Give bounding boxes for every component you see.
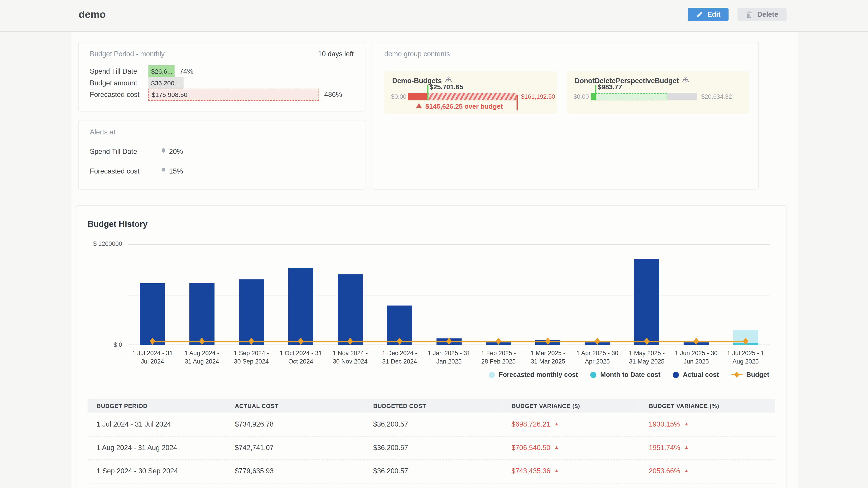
mini-budget-card-donotdelete[interactable]: DonotDeletePerspectiveBudget $0.00 $983.… bbox=[567, 71, 749, 114]
actual-cost-bar[interactable] bbox=[140, 283, 165, 345]
delete-button-label: Delete bbox=[757, 11, 778, 19]
legend-label: Month to Date cost bbox=[600, 371, 660, 379]
y-axis-max-label: $ 1200000 bbox=[80, 240, 122, 247]
table-row: 1 Aug 2024 - 31 Aug 2024$742,741.07$36,2… bbox=[88, 436, 775, 459]
chart-legend: Forecasted monthly costMonth to Date cos… bbox=[489, 371, 769, 379]
spend-till-date-bar[interactable]: $26,6... bbox=[148, 65, 174, 77]
actual-cost-bar[interactable] bbox=[338, 274, 363, 345]
content-panel: Budget Period - monthly 10 days left Spe… bbox=[71, 32, 798, 488]
legend-item[interactable]: Month to Date cost bbox=[590, 371, 660, 379]
table-row: 1 Sep 2024 - 30 Sep 2024$779,635.93$36,2… bbox=[88, 459, 775, 483]
actual-cost-bar[interactable] bbox=[189, 283, 215, 345]
spent-segment bbox=[408, 93, 428, 100]
x-axis-label: 1 Sep 2024 - 30 Sep 2024 bbox=[226, 349, 276, 366]
actual-cost-marker-line bbox=[517, 95, 518, 110]
over-budget-warning-text: $145,626.25 over budget bbox=[426, 103, 503, 110]
legend-item[interactable]: Forecasted monthly cost bbox=[489, 371, 578, 379]
chart-column bbox=[523, 244, 573, 345]
column-header: ACTUAL COST bbox=[226, 399, 364, 413]
mini-budget-bar[interactable] bbox=[591, 93, 697, 100]
chart-column bbox=[375, 244, 425, 345]
actual-cost-bar[interactable] bbox=[239, 280, 264, 345]
mini-budget-bar[interactable] bbox=[408, 93, 517, 100]
x-axis-label: 1 Nov 2024 - 30 Nov 2024 bbox=[326, 349, 375, 366]
up-arrow-icon: ▲ bbox=[554, 421, 559, 427]
alert-row-spend: Spend Till Date 20% bbox=[90, 146, 353, 157]
max-label: $161,192.50 bbox=[521, 93, 555, 100]
budget-amount-bar[interactable]: $36,200.... bbox=[148, 77, 183, 89]
up-arrow-icon: ▲ bbox=[554, 468, 559, 474]
legend-item[interactable]: Actual cost bbox=[673, 371, 719, 379]
chart-column bbox=[326, 244, 375, 345]
legend-label: Budget bbox=[746, 371, 769, 379]
variance-cell: 2053.66%▲ bbox=[640, 459, 775, 483]
legend-dot-icon bbox=[590, 372, 596, 378]
column-header: BUDGET VARIANCE ($) bbox=[503, 399, 640, 413]
x-axis-label: 1 Jul 2024 - 31 Jul 2024 bbox=[128, 349, 177, 366]
y-axis-zero-label: $ 0 bbox=[80, 341, 122, 348]
max-label: $20,634.32 bbox=[701, 93, 732, 100]
row-label: Budget amount bbox=[90, 79, 148, 87]
top-bar: demo Edit Delete bbox=[0, 0, 868, 32]
forecast-segment bbox=[595, 93, 667, 100]
table-cell: $742,741.07 bbox=[226, 436, 364, 459]
variance-cell: $743,435.36▲ bbox=[503, 459, 640, 483]
actual-cost-bar[interactable] bbox=[634, 259, 659, 345]
x-axis-label: 1 Jun 2025 - 30 Jun 2025 bbox=[672, 349, 721, 366]
group-contents-title: demo group contents bbox=[384, 50, 450, 58]
over-budget-warning: $145,626.25 over budget bbox=[396, 103, 523, 110]
up-arrow-icon: ▲ bbox=[684, 421, 689, 427]
edit-button-label: Edit bbox=[707, 11, 720, 19]
page-title: demo bbox=[79, 9, 106, 21]
chart-column bbox=[276, 244, 326, 345]
up-arrow-icon: ▲ bbox=[554, 445, 559, 450]
table-cell: $36,200.57 bbox=[364, 413, 503, 436]
bell-icon bbox=[161, 167, 166, 175]
table-cell: $779,635.93 bbox=[226, 459, 364, 483]
budget-tick bbox=[595, 85, 596, 100]
table-cell: $734,926.78 bbox=[226, 413, 364, 436]
spend-percent-label: 74% bbox=[180, 67, 193, 75]
budget-period-card-title: Budget Period - monthly bbox=[90, 50, 164, 58]
chart-column bbox=[721, 244, 770, 345]
bell-icon bbox=[161, 148, 166, 156]
forecasted-cost-row: Forecasted cost $175,908.50 486% bbox=[90, 89, 353, 100]
x-axis-label: 1 Feb 2025 - 28 Feb 2025 bbox=[474, 349, 523, 366]
over-budget-segment bbox=[428, 93, 517, 100]
table-cell: $36,200.57 bbox=[364, 459, 503, 483]
budget-value: $36,200.... bbox=[151, 79, 182, 86]
variance-cell: $706,540.50▲ bbox=[503, 436, 640, 459]
toolbar-actions: Edit Delete bbox=[688, 8, 786, 21]
pencil-icon bbox=[696, 11, 703, 18]
group-contents-card: demo group contents Demo-Budgets $0.00 $… bbox=[373, 42, 759, 190]
legend-budget-swatch bbox=[731, 374, 742, 375]
mini-budget-card-demo-budgets[interactable]: Demo-Budgets $0.00 $25,701.65 $161,192.5… bbox=[384, 71, 557, 114]
budget-table: BUDGET PERIODACTUAL COSTBUDGETED COSTBUD… bbox=[88, 399, 775, 483]
table-cell: 1 Jul 2024 - 31 Jul 2024 bbox=[88, 413, 226, 436]
chart-column bbox=[672, 244, 721, 345]
forecast-percent-label: 486% bbox=[324, 91, 342, 98]
mini-budget-name[interactable]: DonotDeletePerspectiveBudget bbox=[575, 76, 679, 85]
remaining-segment bbox=[667, 93, 697, 100]
edit-button[interactable]: Edit bbox=[688, 8, 729, 21]
budget-amount-label: $25,701.65 bbox=[430, 83, 463, 91]
row-label: Spend Till Date bbox=[90, 67, 148, 75]
variance-cell: 1930.15%▲ bbox=[640, 413, 775, 436]
alert-row-forecast: Forecasted cost 15% bbox=[90, 166, 353, 177]
forecasted-cost-bar[interactable]: $175,908.50 bbox=[148, 88, 319, 101]
actual-cost-bar[interactable] bbox=[288, 268, 313, 345]
variance-cell: $698,726.21▲ bbox=[503, 413, 640, 436]
table-cell: 1 Aug 2024 - 31 Aug 2024 bbox=[88, 436, 226, 459]
table-header-row: BUDGET PERIODACTUAL COSTBUDGETED COSTBUD… bbox=[88, 399, 775, 413]
x-axis-label: 1 Jan 2025 - 31 Jan 2025 bbox=[424, 349, 474, 366]
legend-dot-icon bbox=[673, 372, 679, 378]
legend-item[interactable]: Budget bbox=[731, 371, 770, 379]
column-header: BUDGET PERIOD bbox=[88, 399, 226, 413]
up-arrow-icon: ▲ bbox=[684, 468, 689, 474]
delete-button[interactable]: Delete bbox=[738, 8, 786, 21]
budget-period-card: Budget Period - monthly 10 days left Spe… bbox=[78, 42, 366, 111]
x-axis-label: 1 Mar 2025 - 31 Mar 2025 bbox=[523, 349, 573, 366]
warning-icon bbox=[415, 103, 422, 110]
spent-segment bbox=[591, 93, 595, 100]
chart-column bbox=[572, 244, 622, 345]
